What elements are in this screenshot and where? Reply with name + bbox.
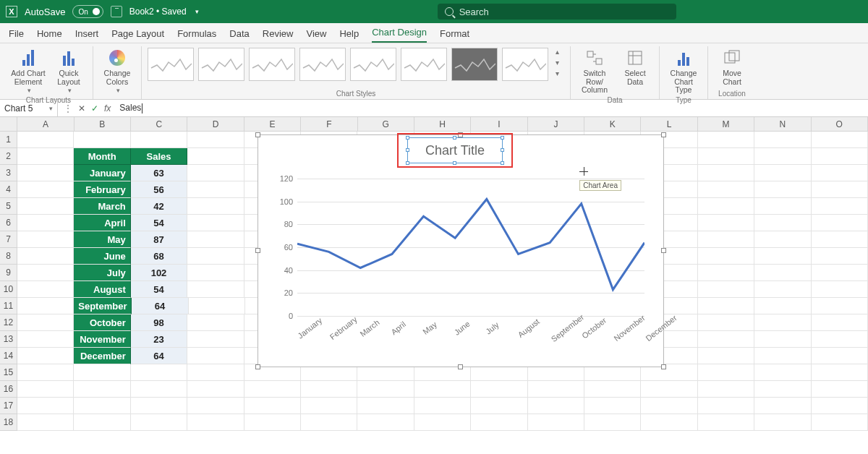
cell[interactable] <box>584 381 641 398</box>
row-header[interactable]: 13 <box>0 331 17 348</box>
row-header[interactable]: 17 <box>0 398 17 414</box>
row-header[interactable]: 9 <box>0 265 17 281</box>
row-header[interactable]: 4 <box>0 181 17 198</box>
change-colors-button[interactable]: Change Colors ▾ <box>99 48 135 95</box>
move-chart-button[interactable]: Move Chart <box>714 48 750 86</box>
cell[interactable] <box>528 381 584 398</box>
cell[interactable] <box>754 364 811 381</box>
quick-layout-button[interactable]: Quick Layout ▾ <box>51 48 87 95</box>
chart-styles-more[interactable]: ▴▾▾ <box>553 48 564 77</box>
fx-icon[interactable]: fx <box>104 103 111 113</box>
row-header[interactable]: 10 <box>0 281 17 298</box>
cell[interactable] <box>187 364 244 381</box>
cell[interactable] <box>641 414 697 431</box>
tab-file[interactable]: File <box>9 28 24 43</box>
row-header[interactable]: 12 <box>0 314 17 331</box>
cell[interactable] <box>17 331 74 348</box>
cell[interactable] <box>812 298 868 314</box>
cell[interactable] <box>698 381 754 398</box>
chart-style-thumb[interactable] <box>451 48 498 81</box>
cell[interactable] <box>131 132 187 148</box>
cell[interactable] <box>812 132 868 148</box>
cell[interactable] <box>754 331 811 348</box>
cell[interactable] <box>17 398 74 414</box>
column-header[interactable]: K <box>584 117 641 132</box>
column-header[interactable]: N <box>754 117 811 132</box>
cell[interactable] <box>754 298 811 314</box>
cell[interactable] <box>641 381 697 398</box>
cell[interactable] <box>187 231 244 248</box>
cell[interactable] <box>754 165 811 181</box>
cell[interactable] <box>131 414 187 431</box>
cell[interactable] <box>698 265 754 281</box>
cell[interactable] <box>187 381 244 398</box>
cell[interactable] <box>754 348 811 364</box>
column-header[interactable]: C <box>131 117 187 132</box>
cell[interactable] <box>698 364 754 381</box>
cell[interactable] <box>131 381 187 398</box>
cell[interactable] <box>187 414 244 431</box>
cell[interactable] <box>301 398 357 414</box>
select-data-button[interactable]: Select Data <box>617 48 653 86</box>
column-header[interactable]: J <box>528 117 584 132</box>
change-chart-type-button[interactable]: Change Chart Type <box>665 48 702 95</box>
column-header[interactable]: O <box>812 117 868 132</box>
column-header[interactable]: D <box>187 117 244 132</box>
tab-help[interactable]: Help <box>339 28 359 43</box>
cell[interactable] <box>754 281 811 298</box>
cell[interactable] <box>812 314 868 331</box>
cell[interactable] <box>471 381 527 398</box>
cell[interactable] <box>698 231 754 248</box>
cell[interactable] <box>812 215 868 231</box>
chart-plot-area[interactable]: 020406080100120JanuaryFebruaryMarchApril… <box>273 176 649 361</box>
cell[interactable] <box>187 181 244 198</box>
cell[interactable] <box>754 148 811 165</box>
cell[interactable] <box>17 381 74 398</box>
cell[interactable] <box>698 132 754 148</box>
cell[interactable] <box>812 231 868 248</box>
column-header[interactable]: E <box>244 117 301 132</box>
resize-handle[interactable] <box>255 132 260 137</box>
cell[interactable] <box>74 398 130 414</box>
tab-page-layout[interactable]: Page Layout <box>111 28 164 43</box>
cell[interactable] <box>754 231 811 248</box>
resize-handle[interactable] <box>661 248 666 253</box>
cell[interactable] <box>17 198 74 215</box>
cell[interactable] <box>17 265 74 281</box>
cell[interactable] <box>189 298 245 314</box>
cell[interactable] <box>812 331 868 348</box>
cell[interactable] <box>754 381 811 398</box>
cell[interactable] <box>698 198 754 215</box>
chart-style-thumb[interactable] <box>249 48 295 81</box>
cell[interactable] <box>357 381 414 398</box>
column-header[interactable]: L <box>641 117 697 132</box>
cell[interactable] <box>698 314 754 331</box>
cell[interactable] <box>17 181 74 198</box>
chart-object[interactable]: Chart Title Chart Area 020406080100120Ja… <box>258 134 664 367</box>
tab-formulas[interactable]: Formulas <box>177 28 216 43</box>
tab-chart-design[interactable]: Chart Design <box>372 27 427 43</box>
cell[interactable] <box>812 198 868 215</box>
cell[interactable] <box>357 414 414 431</box>
chart-title[interactable]: Chart Title <box>407 137 503 163</box>
cell[interactable] <box>187 265 244 281</box>
cell[interactable] <box>698 165 754 181</box>
cell[interactable] <box>74 364 130 381</box>
chart-style-thumb[interactable] <box>299 48 346 81</box>
row-header[interactable]: 18 <box>0 414 17 431</box>
cell[interactable] <box>414 414 471 431</box>
chart-style-thumb[interactable] <box>198 48 244 81</box>
column-header[interactable]: B <box>75 117 131 132</box>
column-header[interactable]: G <box>358 117 414 132</box>
cell[interactable] <box>301 381 357 398</box>
cell[interactable] <box>187 215 244 231</box>
cell[interactable] <box>698 298 754 314</box>
cell[interactable] <box>528 414 584 431</box>
document-title[interactable]: Book2 • Saved <box>129 7 187 17</box>
cell[interactable] <box>754 132 811 148</box>
column-header[interactable]: A <box>17 117 74 132</box>
cell[interactable] <box>641 398 697 414</box>
chart-style-thumb[interactable] <box>350 48 396 81</box>
cell[interactable] <box>301 414 357 431</box>
row-header[interactable]: 6 <box>0 215 17 231</box>
